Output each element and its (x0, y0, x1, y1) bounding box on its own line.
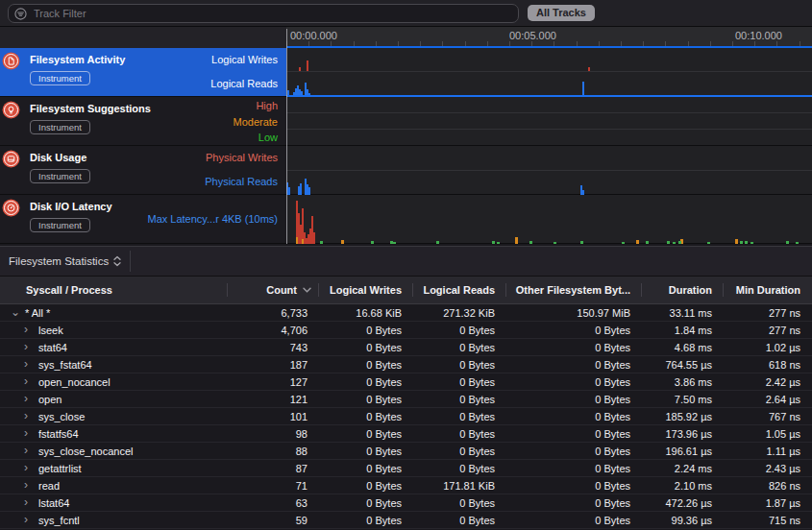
value-cell: 187 (228, 356, 319, 373)
track-header-filesystem-activity[interactable]: Filesystem ActivityInstrumentLogical Wri… (0, 48, 286, 96)
disclosure-chevron[interactable]: › (24, 512, 28, 528)
graph-bar (580, 241, 583, 244)
column-header-min-duration[interactable]: Min Duration (724, 277, 812, 303)
disclosure-chevron[interactable]: › (24, 408, 28, 424)
value-cell: 1.84 ms (642, 322, 724, 338)
value-cell: 33.11 ms (642, 304, 724, 321)
table-row[interactable]: ›getattrlist870 Bytes0 Bytes0 Bytes2.24 … (0, 460, 812, 477)
disclosure-chevron[interactable]: › (24, 460, 28, 476)
syscall-name-cell: ›sys_fstat64 (0, 356, 228, 373)
table-row[interactable]: ⌄* All *6,73316.68 KiB271.32 KiB150.97 M… (0, 304, 812, 322)
value-cell: 618 ns (724, 356, 812, 373)
statistics-selector[interactable]: Filesystem Statistics (0, 255, 121, 267)
column-header-logical-reads[interactable]: Logical Reads (413, 277, 506, 303)
value-cell: 0 Bytes (319, 391, 413, 407)
table-row[interactable]: ›fstatfs64980 Bytes0 Bytes0 Bytes173.96 … (0, 425, 812, 443)
playhead-line[interactable] (286, 29, 287, 244)
graph-bar (745, 241, 748, 244)
graph-bar (735, 239, 738, 244)
disclosure-chevron[interactable]: › (24, 373, 28, 390)
column-header-logical-writes[interactable]: Logical Writes (319, 277, 413, 303)
column-header-syscall-process[interactable]: Syscall / Process (0, 277, 228, 303)
track-lane-label: Physical Reads (205, 176, 278, 187)
graph-lane (286, 113, 812, 130)
column-header-label: Count (266, 284, 297, 296)
column-header-duration[interactable]: Duration (642, 277, 724, 303)
syscall-name-cell: ›lstat64 (0, 494, 228, 511)
graph-bar (313, 232, 315, 244)
graph-bar (622, 242, 625, 244)
track-filter-field[interactable] (8, 4, 519, 23)
disclosure-chevron[interactable]: › (24, 477, 28, 494)
instrument-badge: Instrument (30, 169, 90, 183)
disclosure-chevron[interactable]: › (24, 322, 28, 338)
timeline-ruler-scale[interactable]: 00:00.00000:05.00000:10.000 (286, 27, 812, 48)
track-graph-filesystem-activity[interactable] (286, 48, 812, 96)
disclosure-chevron[interactable]: › (24, 494, 28, 511)
graph-lane (286, 48, 812, 72)
table-row[interactable]: ›open_nocancel1270 Bytes0 Bytes0 Bytes3.… (0, 373, 812, 391)
value-cell: 101 (228, 408, 319, 424)
value-cell: 0 Bytes (413, 494, 506, 511)
track-row-disk-i-o-latency[interactable]: Disk I/O LatencyInstrumentMax Latency...… (0, 195, 812, 244)
track-row-filesystem-suggestions[interactable]: Filesystem SuggestionsInstrumentHighMode… (0, 97, 812, 146)
disclosure-chevron[interactable]: › (24, 391, 28, 407)
track-header-filesystem-suggestions[interactable]: Filesystem SuggestionsInstrumentHighMode… (0, 97, 286, 145)
table-row[interactable]: ›sys_fstat641870 Bytes0 Bytes0 Bytes764.… (0, 356, 812, 373)
syscall-name-cell: ⌄* All * (0, 304, 228, 321)
track-filter-input[interactable] (32, 7, 512, 20)
disclosure-chevron[interactable]: › (24, 356, 28, 373)
column-header-count[interactable]: Count (228, 277, 319, 303)
value-cell: 4.68 ms (642, 339, 724, 355)
track-row-disk-usage[interactable]: Disk UsageInstrumentPhysical WritesPhysi… (0, 146, 812, 195)
syscall-name-cell: ›lseek (0, 322, 228, 338)
graph-bar (288, 187, 290, 195)
graph-bar (796, 242, 799, 244)
table-row[interactable]: ›open1210 Bytes0 Bytes0 Bytes7.50 ms2.64… (0, 391, 812, 408)
disclosure-chevron[interactable]: › (24, 443, 28, 459)
value-cell: 767 ns (724, 408, 812, 424)
track-lane-label: Logical Reads (210, 78, 278, 89)
value-cell: 1.02 µs (724, 339, 812, 355)
graph-bar (636, 240, 639, 244)
value-cell: 185.92 µs (642, 408, 724, 424)
track-graph-disk-i-o-latency[interactable] (286, 195, 812, 243)
graph-bar (436, 241, 439, 244)
track-graph-filesystem-suggestions[interactable] (286, 97, 812, 145)
value-cell: 0 Bytes (413, 356, 506, 373)
track-header-disk-usage[interactable]: Disk UsageInstrumentPhysical WritesPhysi… (0, 146, 286, 194)
instrument-badge: Instrument (30, 71, 90, 85)
track-row-filesystem-activity[interactable]: Filesystem ActivityInstrumentLogical Wri… (0, 48, 812, 97)
column-header-label: Duration (669, 284, 712, 296)
column-header-other-filesystem-byt[interactable]: Other Filesystem Byt... (506, 277, 642, 303)
graph-bar (393, 242, 396, 244)
syscall-name: stat64 (0, 342, 67, 353)
value-cell: 0 Bytes (319, 494, 413, 511)
disclosure-chevron[interactable]: ⌄ (11, 304, 20, 321)
graph-bar (515, 237, 518, 244)
value-cell: 173.96 µs (642, 425, 724, 442)
table-row[interactable]: ›stat647430 Bytes0 Bytes0 Bytes4.68 ms1.… (0, 339, 812, 356)
table-row[interactable]: ›lstat64630 Bytes0 Bytes0 Bytes472.26 µs… (0, 494, 812, 512)
timeline-ruler[interactable]: 00:00.00000:05.00000:10.000 (0, 27, 812, 48)
track-lane-label: Low (258, 132, 278, 143)
table-row[interactable]: ›sys_close1010 Bytes0 Bytes0 Bytes185.92… (0, 408, 812, 425)
all-tracks-button[interactable]: All Tracks (528, 5, 595, 21)
value-cell: 0 Bytes (413, 391, 506, 407)
track-graph-disk-usage[interactable] (286, 146, 812, 194)
table-row[interactable]: ›lseek4,7060 Bytes0 Bytes0 Bytes1.84 ms2… (0, 322, 812, 339)
value-cell: 0 Bytes (319, 443, 413, 459)
track-lane-label: Max Latency...r 4KB (10ms) (147, 213, 278, 225)
value-cell: 3.86 ms (642, 373, 724, 390)
disclosure-chevron[interactable]: › (24, 425, 28, 442)
graph-bar (308, 187, 310, 195)
table-row[interactable]: ›sys_close_nocancel880 Bytes0 Bytes0 Byt… (0, 443, 812, 460)
disclosure-chevron[interactable]: › (24, 339, 28, 355)
value-cell: 277 ns (724, 304, 812, 321)
track-header-disk-i-o-latency[interactable]: Disk I/O LatencyInstrumentMax Latency...… (0, 195, 286, 243)
graph-bar (492, 241, 495, 244)
value-cell: 0 Bytes (413, 408, 506, 424)
table-row[interactable]: ›sys_fcntl590 Bytes0 Bytes0 Bytes99.36 µ… (0, 512, 812, 529)
graph-bar (646, 241, 649, 244)
table-row[interactable]: ›read710 Bytes171.81 KiB0 Bytes2.10 ms82… (0, 477, 812, 494)
